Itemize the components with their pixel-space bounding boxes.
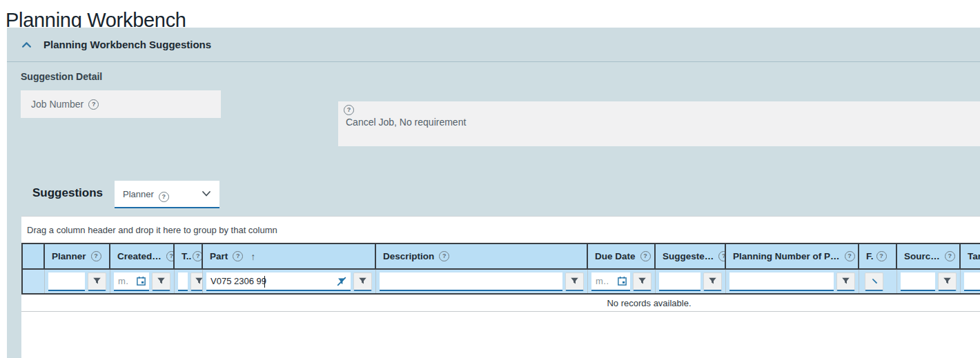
help-icon[interactable]: ?	[945, 251, 955, 261]
collapse-panel-button[interactable]	[21, 41, 32, 48]
suggestion-note-text: Cancel Job, No requirement	[346, 117, 466, 128]
column-header-rowselect	[23, 244, 45, 268]
created-filter-input[interactable]	[114, 272, 133, 290]
planning-number-filter-field	[729, 272, 834, 291]
suggested-filter-input[interactable]	[659, 272, 700, 290]
help-icon[interactable]: ?	[640, 251, 651, 261]
created-filter-menu-button[interactable]	[152, 272, 170, 291]
column-header-firm[interactable]: F. ?	[859, 244, 897, 268]
grid-filter-row	[21, 270, 980, 295]
due-date-filter-field	[591, 272, 630, 291]
help-icon[interactable]: ?	[166, 251, 175, 261]
source-filter-input[interactable]	[901, 272, 935, 290]
planning-number-filter-menu-button[interactable]	[836, 272, 855, 291]
created-date-picker-button[interactable]	[133, 272, 149, 290]
view-dropdown-value: Planner	[123, 189, 154, 199]
column-header-due-date[interactable]: Due Date ?	[588, 244, 656, 268]
column-header-target[interactable]: Targ	[961, 244, 980, 268]
funnel-icon	[943, 277, 952, 286]
funnel-icon	[708, 277, 717, 286]
help-icon[interactable]: ?	[718, 251, 726, 261]
due-date-filter-menu-button[interactable]	[633, 272, 651, 291]
column-header-created[interactable]: Created… ?	[110, 244, 175, 268]
diagonal-mark-icon	[870, 277, 879, 286]
no-records-row: No records available.	[21, 295, 980, 312]
filter-cell-planner	[45, 270, 110, 293]
column-header-source[interactable]: Sourc… ?	[897, 244, 961, 268]
help-icon[interactable]: ?	[439, 251, 449, 261]
column-header-suggested[interactable]: Suggeste… ?	[656, 244, 726, 268]
help-icon[interactable]: ?	[88, 99, 99, 110]
column-header-type[interactable]: T.. ?	[175, 244, 203, 268]
filter-cell-rowselect	[23, 270, 45, 293]
chevron-up-icon	[21, 41, 32, 48]
clear-filter-icon[interactable]	[336, 276, 347, 287]
type-filter-menu-button[interactable]	[190, 272, 203, 291]
suggestions-panel: Planning Workbench Suggestions Suggestio…	[7, 28, 980, 358]
funnel-icon	[195, 277, 203, 286]
planner-filter-field	[48, 272, 85, 291]
column-header-planner[interactable]: Planner ?	[45, 244, 110, 268]
funnel-icon	[570, 277, 579, 286]
job-number-field[interactable]: Job Number ?	[21, 90, 221, 118]
suggestions-grid: Drag a column header and drop it here to…	[21, 216, 980, 358]
filter-cell-target	[961, 270, 980, 293]
help-icon[interactable]: ?	[91, 251, 101, 261]
filter-cell-created	[110, 270, 175, 293]
type-filter-input[interactable]	[178, 272, 188, 290]
planner-filter-menu-button[interactable]	[88, 272, 106, 291]
filter-cell-description	[376, 270, 588, 293]
due-date-filter-input[interactable]	[591, 272, 614, 290]
filter-cell-suggested	[656, 270, 726, 293]
job-number-label: Job Number	[31, 99, 84, 110]
help-icon[interactable]: ?	[876, 251, 887, 261]
source-filter-field	[901, 272, 935, 291]
column-header-description[interactable]: Description ?	[376, 244, 588, 268]
column-header-part[interactable]: Part ? ↑	[203, 244, 376, 268]
grid-header-row: Planner ? Created… ? T.. ? Part ? ↑ De	[21, 243, 980, 270]
funnel-icon	[92, 277, 101, 286]
funnel-icon	[358, 277, 367, 286]
part-filter-menu-button[interactable]	[353, 272, 372, 291]
part-filter-input[interactable]	[206, 272, 351, 290]
suggestions-heading: Suggestions	[32, 186, 103, 200]
target-filter-input[interactable]	[964, 272, 980, 290]
firm-filter-button[interactable]	[865, 272, 883, 291]
funnel-icon	[638, 277, 647, 286]
filter-cell-due-date	[588, 270, 656, 293]
suggestions-panel-header[interactable]: Planning Workbench Suggestions	[7, 28, 980, 62]
panel-title: Planning Workbench Suggestions	[43, 39, 211, 50]
suggested-filter-menu-button[interactable]	[703, 272, 722, 291]
planning-workbench-screen: Planning Workbench Planning Workbench Su…	[0, 0, 980, 358]
source-filter-menu-button[interactable]	[938, 272, 957, 291]
help-icon[interactable]: ?	[233, 251, 243, 261]
help-icon[interactable]: ?	[159, 192, 169, 202]
calendar-icon	[617, 276, 627, 286]
suggested-filter-field	[659, 272, 700, 291]
due-date-picker-button[interactable]	[614, 272, 630, 290]
suggestions-view-dropdown[interactable]: Planner ?	[115, 181, 219, 208]
description-filter-input[interactable]	[380, 272, 562, 290]
help-icon[interactable]: ?	[193, 251, 203, 261]
chevron-down-icon	[202, 190, 211, 197]
filter-cell-part	[203, 270, 376, 293]
description-filter-field	[380, 272, 562, 291]
help-icon[interactable]: ?	[344, 105, 354, 115]
group-by-hint: Drag a column header and drop it here to…	[27, 225, 277, 235]
funnel-icon	[157, 277, 166, 286]
target-filter-field	[964, 272, 980, 291]
description-filter-menu-button[interactable]	[565, 272, 584, 291]
no-records-message: No records available.	[607, 298, 691, 308]
filter-cell-source	[897, 270, 961, 293]
suggestion-detail-label: Suggestion Detail	[21, 71, 102, 82]
filter-cell-type	[175, 270, 203, 293]
planner-filter-input[interactable]	[48, 272, 85, 290]
help-icon[interactable]: ?	[845, 251, 855, 261]
text-cursor	[264, 276, 265, 288]
group-by-dropzone[interactable]: Drag a column header and drop it here to…	[21, 217, 980, 243]
column-header-planning-number[interactable]: Planning Number of P… ?	[726, 244, 859, 268]
suggestion-note-field[interactable]: ? Cancel Job, No requirement	[338, 101, 980, 146]
calendar-icon	[136, 276, 146, 286]
sort-ascending-icon: ↑	[251, 251, 255, 262]
planning-number-filter-input[interactable]	[729, 272, 834, 290]
